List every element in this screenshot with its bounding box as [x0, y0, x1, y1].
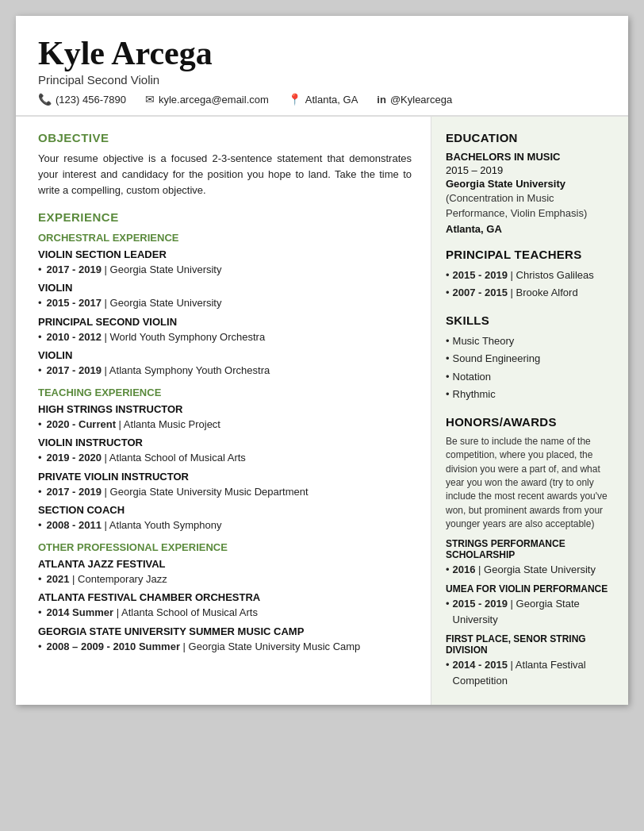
bullet-text: 2020 - Current | Atlanta Music Project: [47, 417, 220, 433]
phone-icon: 📞: [38, 93, 52, 106]
bullet-item: • 2017 - 2019 | Georgia State University: [38, 262, 412, 278]
bullet-dot: •: [446, 351, 450, 367]
award-1-title: STRINGS PERFORMANCE SCHOLARSHIP: [446, 538, 614, 560]
teacher-2-text: 2007 - 2015 | Brooke Alford: [453, 285, 578, 301]
bullet-text: 2017 - 2019 | Georgia State University M…: [47, 484, 309, 500]
orchestral-subsection-title: ORCHESTRAL EXPERIENCE: [38, 232, 412, 244]
bullet-dot: •: [446, 285, 450, 301]
experience-section-title: EXPERIENCE: [38, 210, 412, 224]
bullet-item: • 2017 - 2019 | Atlanta Symphony Youth O…: [38, 363, 412, 379]
bullet-dot: •: [38, 363, 42, 379]
bullet-dot: •: [446, 562, 450, 578]
teaching-job-2: VIOLIN INSTRUCTOR • 2019 - 2020 | Atlant…: [38, 437, 412, 466]
skill-2: • Sound Engineering: [446, 351, 614, 367]
bullet-dot: •: [38, 571, 42, 587]
bullet-dot: •: [38, 417, 42, 433]
resume-container: Kyle Arcega Principal Second Violin 📞 (1…: [16, 16, 628, 705]
award-2-title: UMEA FOR VIOLIN PERFORMANCE: [446, 583, 614, 594]
resume-body: OBJECTIVE Your resume objective is a foc…: [16, 117, 628, 705]
phone-item: 📞 (123) 456-7890: [38, 93, 126, 106]
bullet-dot: •: [38, 517, 42, 533]
job-title: HIGH STRINGS INSTRUCTOR: [38, 403, 412, 415]
applicant-title: Principal Second Violin: [38, 73, 606, 87]
teachers-section-title: PRINCIPAL TEACHERS: [446, 248, 614, 261]
skill-4-text: Rhythmic: [453, 387, 496, 402]
left-column: OBJECTIVE Your resume objective is a foc…: [16, 117, 431, 705]
job-title: VIOLIN INSTRUCTOR: [38, 437, 412, 448]
teaching-job-3: PRIVATE VIOLIN INSTRUCTOR • 2017 - 2019 …: [38, 471, 412, 500]
bullet-dot: •: [38, 295, 42, 311]
skill-3-text: Notation: [453, 369, 491, 385]
bullet-dot: •: [446, 369, 450, 385]
other-job-1: ATLANTA JAZZ FESTIVAL • 2021 | Contempor…: [38, 558, 412, 587]
bullet-text: 2017 - 2019 | Atlanta Symphony Youth Orc…: [47, 363, 270, 379]
location-item: 📍 Atlanta, GA: [288, 93, 358, 106]
orchestral-job-4: VIOLIN • 2017 - 2019 | Atlanta Symphony …: [38, 349, 412, 379]
edu-concentration: (Concentration in Music Performance, Vio…: [446, 191, 614, 221]
teacher-1: • 2015 - 2019 | Christos Galileas: [446, 267, 614, 283]
award-1-detail: • 2016 | Georgia State University: [446, 562, 614, 578]
skill-2-text: Sound Engineering: [453, 351, 541, 367]
job-title: ATLANTA FESTIVAL CHAMBER ORCHESTRA: [38, 591, 412, 603]
bullet-text: 2008 - 2011 | Atlanta Youth Symphony: [47, 517, 222, 533]
edu-years: 2015 – 2019: [446, 164, 614, 176]
edu-degree: BACHELORS IN MUSIC: [446, 151, 614, 163]
bullet-text: 2019 - 2020 | Atlanta School of Musical …: [47, 450, 246, 466]
edu-location: Atlanta, GA: [446, 223, 614, 235]
other-job-3: GEORGIA STATE UNIVERSITY SUMMER MUSIC CA…: [38, 625, 412, 655]
bullet-dot: •: [38, 262, 42, 278]
bullet-item: • 2019 - 2020 | Atlanta School of Musica…: [38, 450, 412, 466]
orchestral-job-2: VIOLIN • 2015 - 2017 | Georgia State Uni…: [38, 282, 412, 311]
other-subsection-title: OTHER PROFESSIONAL EXPERIENCE: [38, 541, 412, 553]
teaching-subsection-title: TEACHING EXPERIENCE: [38, 387, 412, 398]
bullet-dot: •: [38, 450, 42, 466]
linkedin-handle: @Kylearcega: [390, 94, 452, 106]
education-section-title: EDUCATION: [446, 131, 614, 144]
bullet-dot: •: [446, 596, 450, 612]
edu-school: Georgia State University: [446, 178, 614, 190]
job-title: VIOLIN: [38, 349, 412, 361]
bullet-dot: •: [38, 639, 42, 655]
bullet-text: 2014 Summer | Atlanta School of Musical …: [47, 605, 258, 621]
bullet-item: • 2008 - 2011 | Atlanta Youth Symphony: [38, 517, 412, 533]
bullet-dot: •: [38, 329, 42, 345]
job-title: GEORGIA STATE UNIVERSITY SUMMER MUSIC CA…: [38, 625, 412, 637]
teaching-job-4: SECTION COACH • 2008 - 2011 | Atlanta Yo…: [38, 504, 412, 533]
job-title: VIOLIN SECTION LEADER: [38, 248, 412, 260]
skill-1: • Music Theory: [446, 333, 614, 349]
bullet-text: 2010 - 2012 | World Youth Symphony Orche…: [47, 329, 266, 345]
award-3-title: FIRST PLACE, SENOR STRING DIVISION: [446, 633, 614, 656]
bullet-text: 2008 – 2009 - 2010 Summer | Georgia Stat…: [47, 639, 361, 655]
resume-header: Kyle Arcega Principal Second Violin 📞 (1…: [16, 16, 628, 117]
bullet-dot: •: [38, 605, 42, 621]
skill-3: • Notation: [446, 369, 614, 385]
orchestral-job-3: PRINCIPAL SECOND VIOLIN • 2010 - 2012 | …: [38, 316, 412, 345]
job-title: SECTION COACH: [38, 504, 412, 516]
bullet-item: • 2020 - Current | Atlanta Music Project: [38, 417, 412, 433]
skill-4: • Rhythmic: [446, 387, 614, 402]
award-1-text: 2016 | Georgia State University: [453, 562, 596, 578]
honors-section-title: HONORS/AWARDS: [446, 415, 614, 429]
bullet-text: 2015 - 2017 | Georgia State University: [47, 295, 222, 311]
award-3-text: 2014 - 2015 | Atlanta Festival Competiti…: [453, 657, 614, 688]
bullet-dot: •: [446, 387, 450, 402]
location-text: Atlanta, GA: [305, 94, 358, 106]
award-2-detail: • 2015 - 2019 | Georgia State University: [446, 596, 614, 627]
email-icon: ✉: [145, 93, 155, 106]
linkedin-item: in @Kylearcega: [377, 94, 452, 106]
other-job-2: ATLANTA FESTIVAL CHAMBER ORCHESTRA • 201…: [38, 591, 412, 621]
teacher-1-text: 2015 - 2019 | Christos Galileas: [453, 267, 594, 283]
bullet-item: • 2008 – 2009 - 2010 Summer | Georgia St…: [38, 639, 412, 655]
job-title: ATLANTA JAZZ FESTIVAL: [38, 558, 412, 570]
objective-section-title: OBJECTIVE: [38, 131, 412, 144]
phone-number: (123) 456-7890: [56, 94, 126, 106]
bullet-item: • 2015 - 2017 | Georgia State University: [38, 295, 412, 311]
award-2-text: 2015 - 2019 | Georgia State University: [453, 596, 614, 627]
location-icon: 📍: [288, 93, 301, 106]
award-3-detail: • 2014 - 2015 | Atlanta Festival Competi…: [446, 657, 614, 688]
email-address: kyle.arcega@email.com: [159, 94, 269, 106]
bullet-dot: •: [446, 333, 450, 349]
applicant-name: Kyle Arcega: [38, 35, 606, 71]
skill-1-text: Music Theory: [453, 333, 515, 349]
bullet-item: • 2010 - 2012 | World Youth Symphony Orc…: [38, 329, 412, 345]
